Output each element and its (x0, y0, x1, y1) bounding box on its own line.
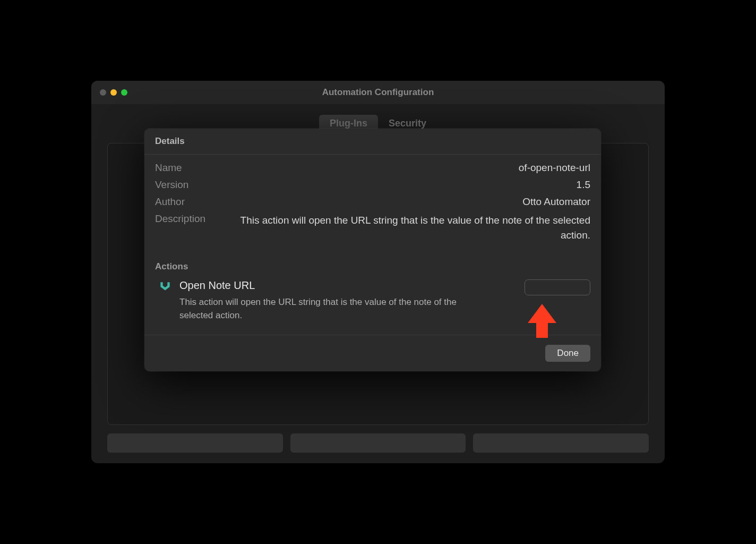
detail-value-description: This action will open the URL string tha… (240, 213, 590, 242)
action-shortcut-field[interactable] (525, 279, 590, 295)
action-body: Open Note URL This action will open the … (179, 279, 517, 322)
minimize-window-button[interactable] (110, 89, 117, 96)
details-sheet: Details Name of-open-note-url Version 1.… (144, 129, 601, 371)
action-item: Open Note URL This action will open the … (155, 279, 590, 322)
titlebar: Automation Configuration (91, 81, 665, 104)
detail-value-author: Otto Automator (240, 196, 590, 208)
add-linked-folder-button[interactable] (107, 434, 283, 453)
detail-value-version: 1.5 (240, 179, 590, 191)
plugin-icon (158, 280, 172, 294)
detail-row-version: Version 1.5 (155, 179, 590, 191)
reveal-in-finder-button[interactable] (473, 434, 649, 453)
action-description: This action will open the URL string tha… (179, 296, 477, 322)
actions-section-title: Actions (155, 261, 590, 272)
detail-row-author: Author Otto Automator (155, 196, 590, 208)
details-section: Name of-open-note-url Version 1.5 Author… (144, 155, 601, 258)
sheet-header: Details (144, 129, 601, 155)
done-button[interactable]: Done (545, 345, 590, 362)
footer-buttons (107, 434, 649, 453)
detail-label-description: Description (155, 213, 229, 225)
detail-label-version: Version (155, 179, 229, 191)
sheet-title: Details (155, 136, 590, 147)
sheet-footer: Done (144, 335, 601, 371)
detail-row-name: Name of-open-note-url (155, 162, 590, 174)
detail-value-name: of-open-note-url (240, 162, 590, 174)
close-window-button[interactable] (100, 89, 106, 96)
traffic-lights (100, 89, 127, 96)
window-title: Automation Configuration (100, 87, 656, 98)
actions-section: Actions Open Note URL This action will o… (144, 258, 601, 335)
main-window: Automation Configuration Plug-Ins Securi… (91, 81, 665, 463)
middle-button[interactable] (290, 434, 466, 453)
action-name: Open Note URL (179, 279, 517, 292)
maximize-window-button[interactable] (121, 89, 127, 96)
detail-label-author: Author (155, 196, 229, 208)
detail-label-name: Name (155, 162, 229, 174)
detail-row-description: Description This action will open the UR… (155, 213, 590, 242)
